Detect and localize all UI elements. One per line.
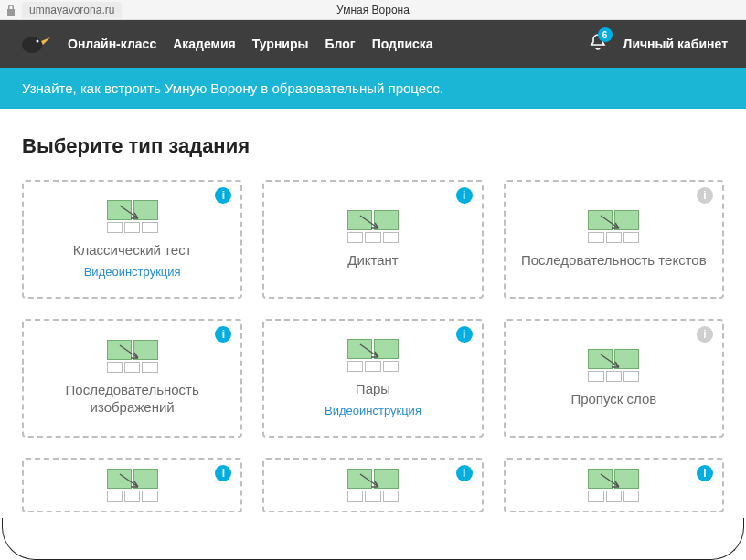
card-thumbnail: [107, 200, 158, 235]
task-card[interactable]: i Диктант: [262, 180, 483, 299]
window-title: Умная Ворона: [336, 4, 410, 16]
info-icon[interactable]: i: [215, 187, 231, 204]
nav-links: Онлайн-класс Академия Турниры Блог Подпи…: [68, 37, 589, 51]
card-title: Пропуск слов: [570, 391, 656, 408]
info-icon[interactable]: i: [456, 187, 473, 204]
video-instruction-link[interactable]: Видеоинструкция: [325, 404, 421, 417]
card-thumbnail: [588, 210, 639, 245]
page-heading: Выберите тип задания: [22, 134, 724, 158]
info-icon[interactable]: i: [456, 465, 473, 481]
task-card[interactable]: i ПарыВидеоинструкция: [262, 319, 483, 438]
nav-tournaments[interactable]: Турниры: [252, 37, 309, 51]
svg-point-0: [22, 37, 42, 53]
task-card[interactable]: i: [262, 458, 483, 512]
task-type-grid: i Классический тестВидеоинструкцияi Дикт…: [22, 180, 724, 512]
nav-online-class[interactable]: Онлайн-класс: [68, 37, 156, 51]
info-icon[interactable]: i: [456, 326, 473, 343]
card-thumbnail: [588, 469, 639, 502]
card-title: Диктант: [347, 252, 398, 269]
card-thumbnail: [107, 469, 158, 502]
url-text[interactable]: umnayavorona.ru: [22, 2, 122, 18]
info-icon[interactable]: i: [215, 326, 231, 343]
nav-blog[interactable]: Блог: [325, 37, 355, 51]
browser-address-bar: umnayavorona.ru Умная Ворона: [0, 0, 746, 20]
info-icon[interactable]: i: [215, 465, 231, 481]
info-icon[interactable]: i: [697, 187, 713, 204]
info-icon[interactable]: i: [697, 465, 713, 481]
video-instruction-link[interactable]: Видеоинструкция: [84, 265, 181, 279]
lock-icon: [0, 5, 22, 16]
banner-text: Узнайте, как встроить Умную Ворону в обр…: [22, 80, 443, 96]
nav-academy[interactable]: Академия: [173, 37, 236, 51]
card-title: Пары: [356, 381, 390, 398]
notifications-badge: 6: [598, 27, 613, 42]
task-card[interactable]: i Классический тестВидеоинструкция: [22, 180, 242, 299]
info-banner[interactable]: Узнайте, как встроить Умную Ворону в обр…: [0, 68, 746, 109]
svg-point-1: [37, 40, 39, 43]
task-card[interactable]: i: [22, 458, 242, 512]
card-thumbnail: [347, 469, 399, 502]
nav-subscription[interactable]: Подписка: [372, 37, 433, 51]
info-icon[interactable]: i: [697, 326, 713, 343]
card-thumbnail: [107, 340, 158, 375]
account-link[interactable]: Личный кабинет: [623, 37, 728, 51]
card-title: Классический тест: [73, 242, 192, 259]
notifications-button[interactable]: 6: [589, 33, 607, 55]
card-thumbnail: [588, 349, 639, 384]
task-card[interactable]: i Пропуск слов: [504, 319, 724, 438]
task-card[interactable]: i: [504, 458, 724, 512]
card-thumbnail: [347, 339, 399, 374]
card-title: Последовательность текстов: [521, 252, 707, 269]
card-title: Последовательность изображений: [31, 382, 233, 417]
top-navigation: Онлайн-класс Академия Турниры Блог Подпи…: [0, 20, 746, 68]
logo-icon[interactable]: [18, 31, 51, 57]
task-card[interactable]: i Последовательность изображений: [22, 319, 242, 438]
decorative-bottom-curve: [2, 518, 744, 560]
task-card[interactable]: i Последовательность текстов: [504, 180, 724, 299]
card-thumbnail: [347, 210, 399, 245]
